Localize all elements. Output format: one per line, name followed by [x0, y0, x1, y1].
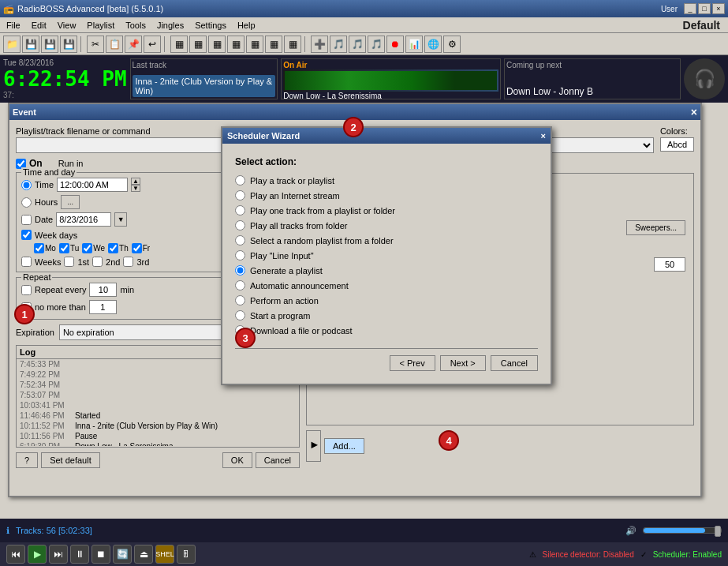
maximize-button[interactable]: □ [698, 3, 711, 14]
date-input[interactable] [56, 212, 111, 227]
menu-help[interactable]: Help [233, 20, 260, 31]
tracks-info-icon: ℹ [6, 526, 9, 536]
minimize-button[interactable]: _ [684, 3, 696, 14]
wizard-option-3[interactable]: Play one track from a playlist or folder [235, 205, 538, 216]
cancel-button[interactable]: Cancel [256, 452, 300, 468]
tb-web-btn[interactable]: 🌐 [424, 36, 442, 53]
on-air-track: Down Low - La Serenissima [283, 92, 498, 100]
2nd-checkbox[interactable] [92, 257, 103, 267]
weeks-checkbox[interactable] [21, 257, 32, 267]
tb-fx1-btn[interactable]: 🎵 [330, 36, 347, 53]
menu-view[interactable]: View [53, 20, 81, 31]
tb-open-btn[interactable]: 📁 [3, 36, 21, 53]
no-more-than-label: no more than [35, 302, 86, 312]
question-button[interactable]: ? [16, 452, 38, 468]
wizard-title: Scheduler Wizard [227, 131, 300, 141]
time-down-btn[interactable]: ▼ [131, 185, 140, 192]
date-dropdown-btn[interactable]: ▼ [114, 212, 127, 227]
scheduler-icon: ✓ [640, 550, 647, 559]
sweepers-button[interactable]: Sweepers... [626, 220, 685, 235]
eq-button[interactable]: 🎚 [177, 545, 196, 564]
wizard-option-9[interactable]: Perform an action [235, 295, 538, 305]
date-checkbox[interactable] [21, 215, 32, 225]
tb-save2-btn[interactable]: 💾 [41, 36, 58, 53]
prev-button[interactable]: ⏮ [6, 545, 25, 564]
tb-cut-btn[interactable]: ✂ [87, 36, 104, 53]
tb-save3-btn[interactable]: 💾 [60, 36, 77, 53]
weekday-we: We [82, 243, 105, 253]
wizard-option-8[interactable]: Automatic announcement [235, 280, 538, 290]
wizard-option-11[interactable]: Download a file or podcast [235, 325, 538, 335]
menu-file[interactable]: File [2, 20, 25, 31]
tb-grid2-btn[interactable]: ▦ [189, 36, 207, 53]
stop-button[interactable]: ⏹ [91, 545, 110, 564]
set-default-button[interactable]: Set default [41, 452, 100, 468]
tb-chart-btn[interactable]: 📊 [405, 36, 423, 53]
tb-gear-btn[interactable]: ⚙ [443, 36, 461, 53]
tb-fx2-btn[interactable]: 🎵 [349, 36, 366, 53]
tb-undo-btn[interactable]: ↩ [144, 36, 161, 53]
repeat-every-checkbox[interactable] [21, 285, 32, 295]
repeat-every-input[interactable] [89, 283, 117, 297]
pause-button[interactable]: ⏸ [70, 545, 89, 564]
time-input[interactable] [57, 178, 128, 192]
wizard-option-4[interactable]: Play all tracks from folder [235, 220, 538, 231]
shell-button[interactable]: SHEL [155, 545, 174, 564]
tb-paste-btn[interactable]: 📌 [125, 36, 142, 53]
tb-grid5-btn[interactable]: ▦ [246, 36, 263, 53]
menu-edit[interactable]: Edit [27, 20, 51, 31]
colors-value[interactable]: Abcd [660, 137, 694, 152]
time-radio[interactable] [21, 180, 32, 190]
hours-radio[interactable] [21, 197, 32, 208]
ok-button[interactable]: OK [222, 452, 252, 468]
tb-grid3-btn[interactable]: ▦ [208, 36, 226, 53]
menu-playlist[interactable]: Playlist [82, 20, 119, 31]
wizard-option-6[interactable]: Play "Line Input" [235, 250, 538, 261]
wizard-options: Play a track or playlist Play an Interne… [235, 175, 538, 335]
play-button[interactable]: ▶ [28, 545, 47, 564]
event-close-button[interactable]: × [691, 106, 697, 118]
wizard-prev-button[interactable]: < Prev [390, 355, 435, 371]
tb-add-btn[interactable]: ➕ [311, 36, 328, 53]
menu-settings[interactable]: Settings [190, 20, 231, 31]
3rd-checkbox[interactable] [123, 257, 133, 267]
header-bar: Tue 8/23/2016 6:22:54 PM 37: Last track … [0, 55, 728, 103]
wizard-option-1[interactable]: Play a track or playlist [235, 175, 538, 186]
next-button[interactable]: ⏭ [49, 545, 68, 564]
tb-copy-btn[interactable]: 📋 [106, 36, 123, 53]
weekday-fr: Fr [132, 243, 150, 253]
tb-fx3-btn[interactable]: 🎵 [368, 36, 385, 53]
playlist-select[interactable] [17, 138, 247, 152]
time-up-btn[interactable]: ▲ [131, 178, 140, 185]
volume-slider[interactable] [643, 527, 722, 534]
volume-handle[interactable] [715, 526, 721, 537]
tb-rec-btn[interactable]: ⏺ [386, 36, 404, 53]
wizard-cancel-button[interactable]: Cancel [491, 355, 538, 371]
eject-button[interactable]: ⏏ [134, 545, 153, 564]
log-entry-6: 11:46:46 PMStarted [17, 410, 299, 421]
add-button[interactable]: Add... [324, 438, 364, 454]
tb-save-btn[interactable]: 💾 [22, 36, 39, 53]
playlist-input[interactable] [16, 137, 248, 153]
wizard-option-10[interactable]: Start a program [235, 310, 538, 320]
tb-grid4-btn[interactable]: ▦ [227, 36, 245, 53]
tb-grid1-btn[interactable]: ▦ [170, 36, 188, 53]
hours-picker-btn[interactable]: ... [61, 195, 80, 209]
no-more-than-input[interactable] [89, 300, 117, 314]
menu-tools[interactable]: Tools [121, 20, 151, 31]
loop-button[interactable]: 🔄 [113, 545, 132, 564]
close-button[interactable]: × [712, 3, 725, 14]
wizard-option-7[interactable]: Generate a playlist [235, 265, 538, 276]
menu-jingles[interactable]: Jingles [152, 20, 189, 31]
weekdays-checkbox[interactable] [21, 230, 32, 240]
coming-up-section: Coming up next Down Low - Jonny B [504, 58, 681, 99]
wizard-option-5[interactable]: Select a random playlist from a folder [235, 235, 538, 246]
wizard-next-button[interactable]: Next > [440, 355, 486, 371]
tb-grid7-btn[interactable]: ▦ [284, 36, 301, 53]
left-arrow-btn[interactable]: ◀ [306, 430, 321, 462]
wizard-option-2[interactable]: Play an Internet stream [235, 190, 538, 201]
tb-grid6-btn[interactable]: ▦ [265, 36, 282, 53]
1st-checkbox[interactable] [64, 257, 74, 267]
wizard-close-button[interactable]: × [541, 131, 546, 141]
playlist-value-input[interactable] [654, 257, 685, 272]
